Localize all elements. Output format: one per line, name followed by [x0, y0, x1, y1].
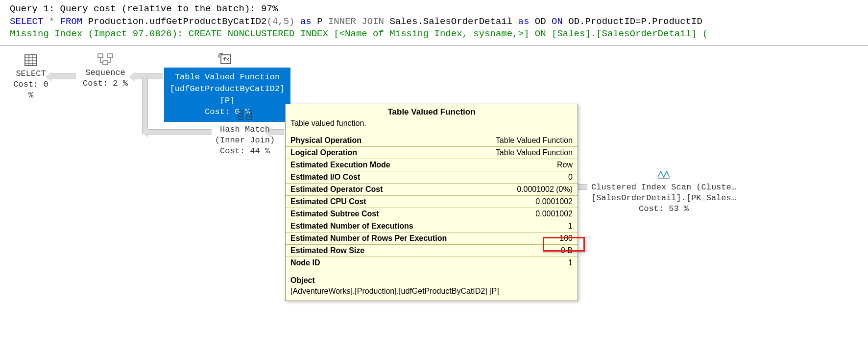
tooltip-description: Table valued function.: [286, 118, 578, 135]
tooltip-row: Physical OperationTable Valued Function: [286, 135, 578, 147]
plan-node-select[interactable]: SELECT Cost: 0 %: [9, 54, 53, 101]
tooltip-key: Node ID: [286, 257, 467, 269]
tooltip-key: Estimated Operator Cost: [286, 183, 467, 195]
svg-text:fx: fx: [223, 56, 230, 63]
sql-keyword: FROM: [54, 16, 88, 27]
tooltip-row: Estimated Number of Rows Per Execution10…: [286, 232, 578, 244]
sql-alias: OD: [535, 16, 546, 27]
sql-keyword: SELECT: [10, 16, 49, 27]
node-cost: Cost: 0 %: [9, 79, 53, 101]
plan-arrow: [148, 129, 212, 135]
tooltip-value: 1: [467, 257, 578, 269]
plan-arrow: [142, 76, 148, 134]
plan-arrow: [579, 184, 587, 190]
tooltip-key: Estimated Number of Executions: [286, 220, 467, 232]
tooltip-key: Estimated Subtree Cost: [286, 208, 467, 220]
tooltip-object-label: Object: [286, 269, 578, 286]
node-cost: Cost: 2 %: [78, 78, 132, 89]
tooltip-object-value: [AdventureWorks].[Production].[udfGetPro…: [286, 286, 578, 301]
tooltip-key: Estimated I/O Cost: [286, 171, 467, 183]
tooltip-key: Logical Operation: [286, 146, 467, 159]
node-label: Hash Match: [211, 124, 279, 135]
sql-keyword: as: [295, 16, 317, 27]
node-cost: Cost: 44 %: [211, 146, 279, 157]
svg-rect-18: [247, 111, 252, 119]
sql-keyword: as: [512, 16, 535, 27]
tooltip-row: Estimated Execution ModeRow: [286, 159, 578, 171]
plan-node-hash-match[interactable]: Hash Match (Inner Join) Cost: 44 %: [211, 109, 279, 157]
tooltip-row: Node ID1: [286, 257, 578, 269]
plan-arrow: [51, 73, 76, 79]
execution-plan-canvas[interactable]: SELECT Cost: 0 % Sequence Cost: 2 % fx T…: [0, 46, 868, 350]
sql-object: Production.udfGetProductByCatID2: [88, 16, 267, 27]
scan-line1: Clustered Index Scan (Cluste…: [588, 182, 740, 193]
tooltip-value: 9 B: [467, 244, 578, 257]
node-label: Sequence: [78, 68, 132, 78]
query-header: Query 1: Query cost (relative to the bat…: [0, 0, 868, 46]
tvf-line1: Table Valued Function: [169, 71, 286, 83]
tooltip-value: 1: [467, 220, 578, 232]
tooltip-value: 0: [467, 171, 578, 183]
tooltip-row: Logical OperationTable Valued Function: [286, 146, 578, 159]
tooltip-value: Table Valued Function: [467, 135, 578, 147]
sql-object: Sales.SalesOrderDetail: [389, 16, 512, 27]
operator-tooltip: Table Valued Function Table valued funct…: [285, 104, 578, 301]
sql-condition: OD.ProductID=P.ProductID: [568, 16, 702, 27]
tooltip-title: Table Valued Function: [286, 104, 578, 118]
tooltip-value: 100: [467, 232, 578, 244]
sql-star: *: [49, 16, 54, 27]
tooltip-key: Estimated Number of Rows Per Execution: [286, 232, 467, 244]
tooltip-value: Row: [467, 159, 578, 171]
tooltip-row: Estimated CPU Cost0.0001002: [286, 195, 578, 208]
tooltip-key: Estimated Execution Mode: [286, 159, 467, 171]
node-label: SELECT: [9, 69, 53, 79]
svg-rect-6: [98, 54, 103, 58]
sequence-icon: [78, 53, 132, 66]
tvf-line2: [udfGetProductByCatID2] [P]: [169, 83, 286, 107]
plan-arrow: [135, 73, 163, 79]
missing-index-line: Missing Index (Impact 97.0826): CREATE N…: [10, 28, 858, 41]
tooltip-key: Estimated Row Size: [286, 244, 467, 257]
node-sub: (Inner Join): [211, 135, 279, 146]
sql-keyword: ON: [546, 16, 569, 27]
sql-args: (4,5): [267, 16, 295, 27]
tooltip-properties-table: Physical OperationTable Valued FunctionL…: [286, 135, 578, 269]
tooltip-row: Estimated Row Size9 B: [286, 244, 578, 257]
clustered-index-scan-icon: [588, 167, 740, 180]
query-cost-line: Query 1: Query cost (relative to the bat…: [10, 3, 858, 16]
tooltip-value: Table Valued Function: [467, 146, 578, 159]
tooltip-key: Estimated CPU Cost: [286, 195, 467, 208]
hash-match-icon: [211, 109, 279, 122]
tooltip-value: 0.0001002: [467, 195, 578, 208]
tvf-icon: fx: [216, 53, 235, 68]
svg-rect-7: [108, 54, 113, 58]
tooltip-row: Estimated Number of Executions1: [286, 220, 578, 232]
svg-rect-0: [25, 55, 37, 66]
tooltip-value: 0.0001002 (0%): [467, 183, 578, 195]
svg-rect-17: [238, 111, 243, 119]
sql-keyword: INNER JOIN: [323, 16, 390, 27]
plan-node-sequence[interactable]: Sequence Cost: 2 %: [78, 53, 132, 89]
query-sql-line: SELECT * FROM Production.udfGetProductBy…: [10, 16, 858, 28]
svg-rect-8: [103, 61, 108, 65]
tooltip-row: Estimated Operator Cost0.0001002 (0%): [286, 183, 578, 195]
tooltip-row: Estimated I/O Cost0: [286, 171, 578, 183]
plan-node-clustered-index-scan[interactable]: Clustered Index Scan (Cluste… [SalesOrde…: [588, 167, 740, 214]
tooltip-key: Physical Operation: [286, 135, 467, 147]
sql-alias: P: [317, 16, 322, 27]
scan-line3: Cost: 53 %: [588, 204, 740, 214]
scan-line2: [SalesOrderDetail].[PK_Sales…: [588, 193, 740, 204]
tooltip-row: Estimated Subtree Cost0.0001002: [286, 208, 578, 220]
select-icon: [9, 54, 53, 67]
tooltip-value: 0.0001002: [467, 208, 578, 220]
